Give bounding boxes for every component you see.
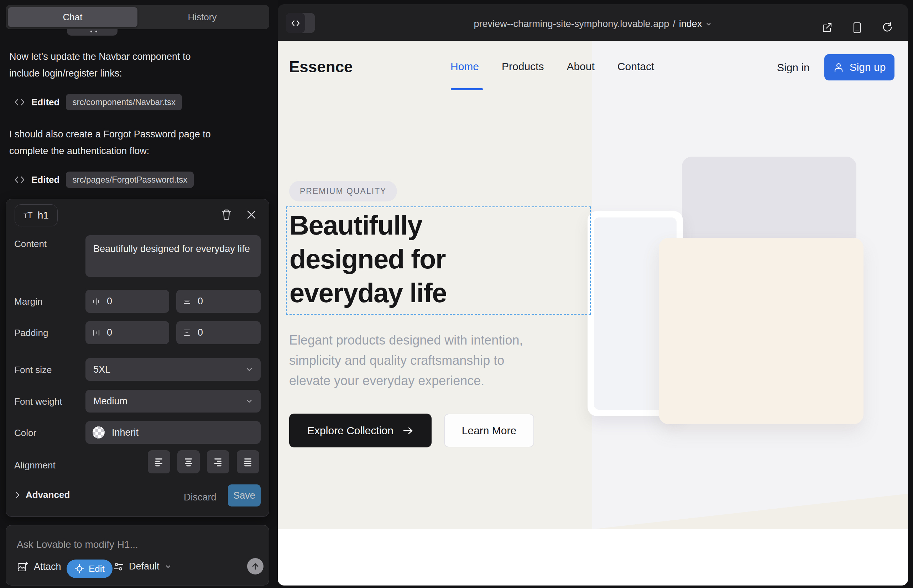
mode-selector[interactable]: Default (113, 561, 172, 572)
margin-x-value: 0 (107, 296, 112, 307)
align-right-icon (213, 457, 223, 467)
code-icon (14, 97, 25, 107)
padding-x-input[interactable]: 0 (86, 321, 169, 344)
site-preview: Essence Home Products About Contact Sign… (278, 41, 908, 585)
external-link-icon (822, 22, 832, 33)
font-weight-select[interactable]: Medium (86, 390, 261, 412)
save-button[interactable]: Save (228, 485, 261, 507)
alignment-label: Alignment (14, 460, 55, 471)
explore-collection-label: Explore Collection (307, 425, 393, 437)
attach-label: Attach (34, 561, 61, 572)
refresh-icon (882, 22, 892, 33)
align-right-button[interactable] (207, 450, 229, 473)
align-center-icon (184, 457, 193, 467)
element-tag-label: h1 (38, 210, 49, 221)
learn-more-button[interactable]: Learn More (444, 414, 534, 447)
padding-y-input[interactable]: 0 (176, 321, 261, 344)
target-icon (74, 564, 84, 574)
file-chip[interactable]: src/components/Navbar.tsx (66, 94, 181, 110)
file-chip[interactable]: src/pages/ForgotPassword.tsx (66, 171, 194, 188)
arrow-right-icon (403, 426, 413, 435)
margin-x-input[interactable]: 0 (86, 290, 169, 313)
refresh-button[interactable] (882, 22, 892, 34)
heading-line: Beautifully (290, 208, 447, 242)
element-editor-panel: тT h1 Content Beautifully designed for e… (6, 199, 269, 517)
assistant-message: Now let's update the Navbar component to… (9, 48, 269, 82)
preview-url: preview--charming-site-symphony.lovable.… (474, 18, 669, 29)
selected-element-tag[interactable]: тT h1 (15, 204, 58, 226)
chevron-down-icon (165, 563, 172, 570)
attach-button[interactable]: Attach (17, 561, 61, 572)
preview-panel: preview--charming-site-symphony.lovable.… (278, 4, 908, 585)
hero-section: PREMIUM QUALITY Beautifully designed for… (278, 41, 908, 585)
edited-label: Edited (31, 97, 60, 108)
explore-collection-button[interactable]: Explore Collection (289, 414, 432, 447)
hero-description: Elegant products designed with intention… (289, 330, 523, 391)
preview-actions (822, 22, 892, 34)
chevron-right-icon (14, 491, 21, 499)
description-line: elevate your everyday experience. (289, 370, 523, 391)
edited-label: Edited (31, 174, 60, 186)
advanced-toggle[interactable]: Advanced (14, 489, 70, 501)
align-left-icon (154, 457, 164, 467)
align-center-button[interactable] (177, 450, 200, 473)
close-icon (246, 210, 256, 220)
mode-label: Default (129, 561, 160, 572)
preview-page: index (679, 18, 702, 29)
chat-messages: Now let's update the Navbar component to… (9, 48, 269, 204)
premium-quality-badge: PREMIUM QUALITY (289, 181, 397, 202)
preview-header: preview--charming-site-symphony.lovable.… (278, 4, 908, 41)
chat-sidebar: Chat History Now let's update the Navbar… (0, 0, 278, 588)
font-size-select[interactable]: 5XL (86, 358, 261, 381)
color-label: Color (14, 428, 36, 438)
lovable-app: Chat History Now let's update the Navbar… (0, 0, 913, 588)
url-separator: / (673, 18, 675, 29)
composer-input[interactable]: Ask Lovable to modify H1... (17, 539, 138, 550)
edit-mode-button[interactable]: Edit (66, 559, 113, 578)
padding-x-value: 0 (107, 327, 112, 338)
typography-icon: тT (24, 210, 33, 220)
send-button[interactable] (247, 558, 264, 575)
font-weight-value: Medium (93, 396, 128, 407)
tab-history[interactable]: History (138, 7, 267, 27)
delete-element-button[interactable] (218, 207, 235, 223)
chevron-down-icon (706, 21, 712, 27)
edited-file-row: Edited src/components/Navbar.tsx (14, 94, 269, 110)
heading-line: designed for (290, 242, 447, 276)
trash-icon (221, 209, 232, 220)
learn-more-label: Learn More (462, 425, 516, 437)
padding-label: Padding (14, 328, 48, 339)
color-swatch (92, 426, 105, 438)
margin-y-input[interactable]: 0 (176, 290, 261, 313)
discard-button[interactable]: Discard (184, 492, 217, 503)
chevron-down-icon (245, 397, 254, 405)
heading-line: everyday life (290, 276, 447, 310)
code-icon (14, 175, 25, 184)
close-panel-button[interactable] (243, 207, 260, 223)
color-value: Inherit (112, 427, 139, 438)
padding-horizontal-icon (92, 328, 100, 337)
margin-label: Margin (14, 296, 42, 307)
margin-horizontal-icon (92, 297, 100, 306)
sliders-icon (113, 561, 124, 572)
hero-heading[interactable]: Beautifully designed for everyday life (290, 208, 447, 310)
color-select[interactable]: Inherit (86, 421, 261, 444)
align-left-button[interactable] (148, 450, 170, 473)
font-weight-label: Font weight (14, 396, 62, 407)
chevron-down-icon (245, 365, 254, 374)
mobile-icon (853, 22, 862, 34)
content-input[interactable]: Beautifully designed for everyday life (86, 235, 261, 277)
margin-y-value: 0 (197, 296, 203, 307)
arrow-up-icon (251, 562, 260, 570)
edit-label: Edit (89, 564, 105, 575)
description-line: simplicity and quality craftsmanship to (289, 350, 523, 370)
preview-url-bar[interactable]: preview--charming-site-symphony.lovable.… (278, 18, 908, 29)
open-in-new-tab-button[interactable] (822, 22, 832, 34)
tab-chat[interactable]: Chat (8, 7, 138, 27)
align-justify-button[interactable] (237, 450, 259, 473)
dot (96, 31, 97, 32)
sidebar-tabs: Chat History (6, 5, 269, 29)
mobile-view-button[interactable] (853, 22, 862, 34)
padding-vertical-icon (183, 328, 191, 337)
advanced-label: Advanced (26, 489, 70, 501)
